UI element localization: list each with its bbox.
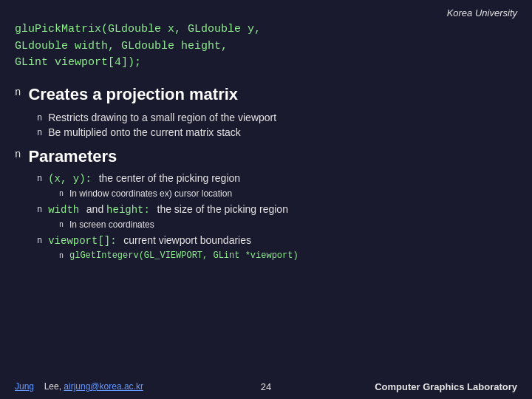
param3-sub: n glGetIntegerv(GL_VIEWPORT, GLint *view… (59, 250, 517, 261)
author-rest: Lee, (44, 381, 64, 392)
footer-author: Jung Lee, airjung@korea.ac.kr (15, 380, 143, 393)
list-item: n Restricts drawing to a small region of… (37, 112, 517, 123)
section2-bullet: n Parameters (15, 147, 517, 166)
param2-sub: n In screen coordinates (59, 219, 517, 230)
list-item: n In screen coordinates (59, 219, 517, 230)
author-first-name[interactable]: Jung (15, 381, 34, 392)
sub-bullet-marker: n (37, 205, 42, 215)
list-item: n Be multiplied onto the current matrix … (37, 126, 517, 138)
code-line2: GLdouble width, GLdouble height, (15, 40, 228, 52)
sub-bullet-text: Restricts drawing to a small region of t… (48, 112, 276, 123)
bullet-marker-2: n (15, 149, 21, 160)
code-line1: gluPickMatrix(GLdouble x, GLdouble y, (15, 23, 261, 35)
author-email[interactable]: airjung@korea.ac.kr (64, 381, 143, 392)
param1-group: n (x, y): the center of the picking regi… (37, 172, 517, 199)
section1-heading: Creates a projection matrix (28, 85, 238, 104)
param3-text: viewport[]: current viewport boundaries (48, 234, 251, 248)
sub-bullet-marker: n (37, 128, 42, 138)
level3-marker: n (59, 190, 64, 198)
section2-heading: Parameters (28, 147, 117, 166)
footer: Jung Lee, airjung@korea.ac.kr 24 Compute… (0, 380, 532, 393)
param3-group: n viewport[]: current viewport boundarie… (37, 234, 517, 261)
param2-group: n width and height: the size of the pick… (37, 203, 517, 230)
section1-subbullets: n Restricts drawing to a small region of… (37, 112, 517, 138)
param2-text: width and height: the size of the pickin… (48, 203, 288, 216)
sub-bullet-marker: n (37, 174, 42, 184)
list-item: n (x, y): the center of the picking regi… (37, 172, 517, 185)
list-item: n viewport[]: current viewport boundarie… (37, 234, 517, 248)
param1-text: (x, y): the center of the picking region (48, 172, 240, 185)
section1-bullet: n Creates a projection matrix (15, 85, 517, 104)
level3-marker: n (59, 221, 64, 229)
sub-bullet-marker: n (37, 236, 42, 246)
level3-text: In screen coordinates (69, 219, 154, 230)
param1-sub: n In window coordinates ex) cursor locat… (59, 188, 517, 199)
lab-name: Computer Graphics Laboratory (375, 381, 517, 392)
list-item: n width and height: the size of the pick… (37, 203, 517, 216)
code-line3: GLint viewport[4]); (15, 56, 141, 69)
sub-bullet-marker: n (37, 113, 42, 123)
page-number: 24 (261, 381, 271, 392)
university-label: Korea University (15, 7, 517, 18)
list-item: n glGetIntegerv(GL_VIEWPORT, GLint *view… (59, 250, 517, 261)
list-item: n In window coordinates ex) cursor locat… (59, 188, 517, 199)
level3-text: In window coordinates ex) cursor locatio… (69, 188, 232, 199)
sub-bullet-text: Be multiplied onto the current matrix st… (48, 126, 241, 138)
level3-code: glGetIntegerv(GL_VIEWPORT, GLint *viewpo… (69, 250, 299, 261)
bullet-marker-1: n (15, 86, 21, 98)
code-block: gluPickMatrix(GLdouble x, GLdouble y, GL… (15, 21, 517, 72)
level3-marker: n (59, 252, 64, 260)
